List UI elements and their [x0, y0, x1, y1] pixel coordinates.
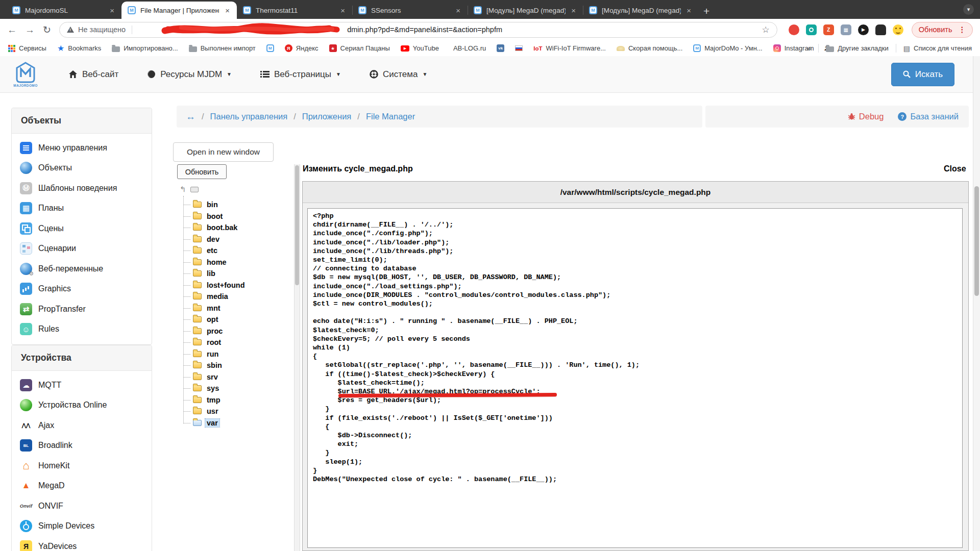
reload-icon[interactable]: ↻: [43, 25, 51, 35]
reading-list[interactable]: ▤ Список для чтения: [903, 44, 972, 53]
sidebar-item-homekit[interactable]: ⌂HomeKit: [12, 456, 152, 476]
sidebar-item-robot[interactable]: ☺Rules: [12, 319, 152, 340]
sidebar-item-scenario[interactable]: Сценарии: [12, 239, 152, 259]
bookmark-item[interactable]: IoTWiFi-IoT Firmware...: [533, 44, 606, 52]
level-up-icon[interactable]: ↰: [180, 185, 186, 194]
breadcrumb-control-panel[interactable]: Панель управления: [210, 112, 288, 121]
tree-dir-opt[interactable]: opt: [180, 314, 293, 325]
tree-dir-run[interactable]: run: [180, 348, 293, 360]
adblock-extension-icon[interactable]: [789, 24, 799, 35]
tab-close-icon[interactable]: ×: [224, 6, 231, 15]
sidebar-item-simple[interactable]: Simple Devices: [12, 516, 152, 537]
sidebar-item-onvif[interactable]: OnvifONVIF: [12, 496, 152, 516]
browser-tab[interactable]: M[Модуль] MegaD (megad) - Ст×: [583, 2, 698, 19]
tree-refresh-button[interactable]: Обновить: [177, 164, 227, 179]
sidebar-item-broadlink[interactable]: BLBroadlink: [12, 436, 152, 456]
tree-dir-root[interactable]: root: [180, 337, 293, 348]
expand-arrows-icon[interactable]: ↔: [186, 111, 195, 122]
tab-close-icon[interactable]: ×: [339, 6, 346, 15]
bookmark-item[interactable]: Выполнен импорт: [189, 44, 256, 52]
tree-dir-sys[interactable]: sys: [180, 383, 293, 394]
bookmark-item[interactable]: ★Сериал Пацаны: [329, 44, 390, 52]
browser-menu-icon[interactable]: ⋮: [959, 26, 966, 34]
tree-dir-srv[interactable]: srv: [180, 371, 293, 383]
teal-extension-icon[interactable]: [806, 24, 817, 35]
tree-scrollbar[interactable]: [294, 164, 300, 551]
breadcrumb-file-manager[interactable]: File Manager: [366, 112, 415, 121]
address-bar[interactable]: Не защищено dmin.php?pd=&md=panel&inst=&…: [59, 22, 777, 38]
sidebar-item-sphere[interactable]: Объекты: [12, 158, 152, 179]
tree-dir-media[interactable]: media: [180, 291, 293, 303]
browser-tab[interactable]: M[Модуль] MegaD (megad) - Ст×: [468, 2, 583, 19]
bookmark-item[interactable]: Скорая помощь...: [617, 44, 682, 52]
bookmark-item[interactable]: ▶YouTube: [401, 44, 439, 52]
breadcrumb-apps[interactable]: Приложения: [302, 112, 352, 121]
bookmark-item[interactable]: vk: [497, 44, 504, 52]
browser-tab[interactable]: MSSensors×: [352, 2, 468, 19]
editor-close-link[interactable]: Close: [944, 164, 966, 173]
tree-dir-tmp[interactable]: tmp: [180, 394, 293, 406]
tree-dir-boot[interactable]: boot: [180, 211, 293, 222]
tree-root-row[interactable]: ↰: [180, 185, 199, 194]
open-in-new-window-button[interactable]: Open in new window: [173, 142, 274, 162]
sidebar-item-megad[interactable]: ▲MegaD: [12, 476, 152, 496]
bookmark-star-icon[interactable]: ☆: [762, 24, 770, 35]
tree-dir-mnt[interactable]: mnt: [180, 303, 293, 314]
bookmark-item[interactable]: ★Bookmarks: [57, 43, 101, 53]
tree-scrollbar-thumb[interactable]: [295, 165, 299, 285]
smiley-extension-icon[interactable]: [893, 24, 903, 35]
bookmark-item[interactable]: Импортировано...: [112, 44, 178, 52]
tree-dir-lib[interactable]: lib: [180, 268, 293, 280]
bookmark-item[interactable]: ЯЯндекс: [285, 44, 318, 52]
dark-extension-icon[interactable]: [875, 24, 886, 35]
tab-close-icon[interactable]: ×: [109, 6, 115, 15]
bookmark-item[interactable]: MMajorDoMo - Умн...: [693, 44, 762, 52]
new-tab-button[interactable]: +: [703, 6, 709, 16]
nav-website[interactable]: Веб-сайт: [68, 69, 118, 80]
puzzle-extension-icon[interactable]: ▦: [841, 24, 851, 35]
chrome-update-button[interactable]: Обновить ⋮: [912, 22, 973, 38]
nav-system[interactable]: Система▼: [370, 69, 427, 80]
bookmarks-overflow-icon[interactable]: »: [807, 44, 811, 53]
sidebar-item-template[interactable]: ⓂШаблоны поведения: [12, 178, 152, 198]
orange-extension-icon[interactable]: Z: [823, 24, 834, 35]
browser-tab[interactable]: MFile Manager | Приложения | Г×: [121, 2, 237, 19]
sidebar-item-menu[interactable]: Меню управления: [12, 138, 152, 158]
page-scrollbar[interactable]: [973, 56, 980, 551]
tree-dir-usr[interactable]: usr: [180, 406, 293, 417]
bookmark-item[interactable]: M: [266, 44, 274, 52]
bookmark-item[interactable]: AB-LOG.ru: [450, 44, 486, 52]
browser-tab[interactable]: MMajordomoSL×: [6, 2, 121, 19]
majordomo-logo[interactable]: MAJORDOMO: [12, 62, 39, 87]
nav-resources[interactable]: Ресурсы MJDM▼: [147, 69, 232, 80]
tab-search-icon[interactable]: ▾: [963, 4, 974, 15]
tree-dir-proc[interactable]: proc: [180, 325, 293, 337]
sidebar-item-mqtt[interactable]: ☁MQTT: [12, 375, 152, 395]
search-button[interactable]: Искать: [891, 63, 954, 86]
sidebar-item-graphics[interactable]: Graphics: [12, 279, 152, 299]
sidebar-item-webvar[interactable]: Веб-переменные: [12, 259, 152, 279]
knowledge-base-link[interactable]: ? База знаний: [898, 112, 959, 121]
bookmark-item[interactable]: [515, 45, 523, 51]
sidebar-item-plans[interactable]: ▦Планы: [12, 198, 152, 219]
code-textarea[interactable]: <?php chdir(dirname(__FILE__) . '/../');…: [307, 208, 963, 548]
other-bookmarks[interactable]: Другие закладки: [826, 44, 889, 52]
sidebar-item-transfer[interactable]: ⇄PropTransfer: [12, 299, 152, 319]
tree-dir-bin[interactable]: bin: [180, 199, 293, 211]
sidebar-item-ajax[interactable]: ⋀⋀Ajax: [12, 415, 152, 436]
forward-icon[interactable]: →: [25, 25, 35, 35]
tree-dir-sbin[interactable]: sbin: [180, 360, 293, 371]
bookmark-item[interactable]: Сервисы: [8, 44, 46, 52]
sidebar-item-scenes[interactable]: Сцены: [12, 218, 152, 239]
root-folder-icon[interactable]: [190, 187, 199, 192]
page-scrollbar-thumb[interactable]: [974, 186, 979, 296]
browser-tab[interactable]: MThermostat11×: [237, 2, 352, 19]
player-extension-icon[interactable]: ▶: [858, 24, 869, 35]
tab-close-icon[interactable]: ×: [455, 6, 461, 15]
tree-dir-home[interactable]: home: [180, 257, 293, 268]
tree-dir-var[interactable]: var: [180, 417, 293, 429]
tab-close-icon[interactable]: ×: [685, 6, 692, 15]
sidebar-item-yadev[interactable]: ЯYaDevices: [12, 536, 152, 551]
tab-close-icon[interactable]: ×: [570, 6, 577, 15]
tree-dir-dev[interactable]: dev: [180, 234, 293, 245]
